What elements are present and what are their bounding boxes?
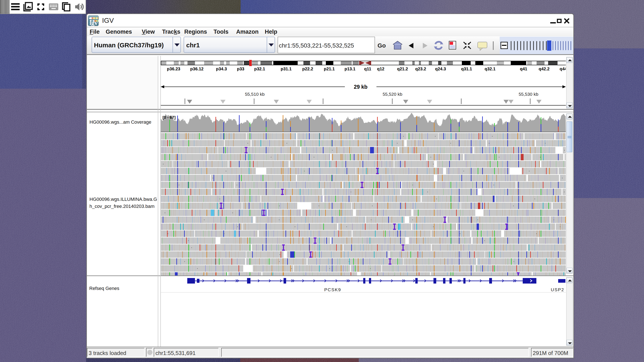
svg-text:q44: q44: [560, 66, 566, 71]
svg-text:q32.1: q32.1: [484, 66, 496, 71]
svg-text:p36.12: p36.12: [190, 66, 204, 71]
svg-text:p36.23: p36.23: [167, 66, 180, 71]
svg-text:29 kb: 29 kb: [354, 84, 368, 90]
svg-text:p34.3: p34.3: [216, 66, 227, 71]
svg-text:q24.3: q24.3: [435, 66, 446, 71]
svg-text:q21.2: q21.2: [397, 66, 408, 71]
svg-text:p33: p33: [237, 66, 244, 71]
svg-text:q12: q12: [377, 66, 384, 71]
svg-text:55,520 kb: 55,520 kb: [383, 92, 402, 97]
svg-text:USP2: USP2: [551, 287, 564, 292]
svg-text:p21.1: p21.1: [324, 66, 334, 71]
svg-text:p32.1: p32.1: [254, 66, 265, 71]
svg-text:q23.2: q23.2: [415, 66, 426, 71]
svg-text:55,510 kb: 55,510 kb: [245, 92, 264, 97]
svg-text:p13.1: p13.1: [344, 66, 355, 71]
svg-text:p31.1: p31.1: [280, 66, 292, 71]
svg-text:q31.1: q31.1: [461, 66, 472, 71]
svg-text:55,530 kb: 55,530 kb: [519, 92, 538, 97]
svg-text:q41: q41: [520, 66, 527, 71]
svg-text:p22.2: p22.2: [302, 66, 313, 71]
svg-text:[0 - 67]: [0 - 67]: [162, 115, 176, 120]
svg-text:q42.2: q42.2: [538, 66, 550, 71]
svg-text:q11: q11: [364, 66, 371, 71]
svg-text:PCSK9: PCSK9: [324, 287, 341, 292]
